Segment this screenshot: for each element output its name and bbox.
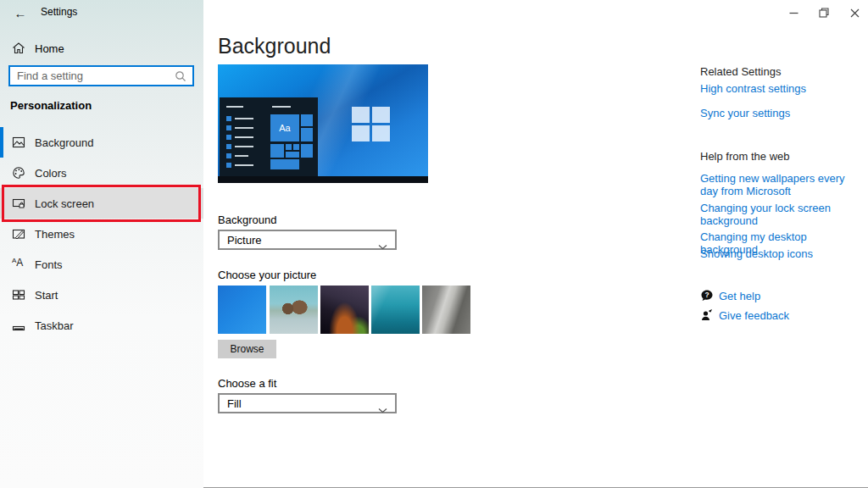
themes-brush-icon [12, 227, 25, 244]
search-box [8, 65, 194, 86]
dropdown-selected-value: Fill [227, 397, 242, 410]
page-title: Background [218, 34, 331, 58]
start-tiles-icon [12, 288, 25, 305]
app-title: Settings [41, 6, 77, 18]
image-icon [12, 136, 25, 152]
sidebar-item-label: Home [35, 42, 64, 55]
close-icon [850, 8, 860, 18]
sidebar-item-label: Fonts [35, 258, 63, 271]
palette-icon [12, 166, 25, 183]
chevron-down-icon [378, 402, 387, 417]
wallpaper-thumbnail-beach[interactable] [270, 286, 318, 334]
background-type-dropdown[interactable]: Picture [218, 230, 397, 250]
fonts-icon: AA [12, 258, 23, 268]
sidebar-item-home[interactable]: Home [0, 37, 203, 61]
sidebar-item-label: Themes [35, 228, 75, 241]
close-button[interactable] [839, 0, 868, 25]
fit-dropdown[interactable]: Fill [218, 393, 397, 413]
restore-icon [819, 8, 829, 18]
wallpaper-thumbnail-cliff[interactable] [422, 286, 470, 334]
related-settings-header: Related Settings [700, 65, 781, 78]
choose-fit-label: Choose a fit [218, 377, 276, 390]
section-header-personalization: Personalization [10, 99, 92, 112]
get-help-link[interactable]: Get help [719, 290, 760, 302]
browse-button[interactable]: Browse [218, 340, 276, 358]
lock-screen-icon [12, 197, 25, 214]
sidebar-item-background[interactable]: Background [0, 127, 203, 158]
give-feedback-icon [700, 308, 714, 325]
minimize-icon [789, 8, 798, 18]
sidebar-item-label: Colors [35, 167, 67, 180]
restore-button[interactable] [809, 0, 839, 25]
sidebar-item-label: Background [35, 136, 93, 149]
windows-logo-icon [352, 107, 390, 141]
wallpaper-thumbnail-night-sky[interactable] [320, 286, 369, 334]
sidebar-item-themes[interactable]: Themes [0, 219, 203, 249]
background-dropdown-label: Background [218, 214, 276, 226]
help-from-web-header: Help from the web [700, 150, 790, 163]
link-sync-your-settings[interactable]: Sync your settings [700, 107, 861, 119]
chevron-down-icon [378, 238, 387, 253]
choose-picture-label: Choose your picture [218, 269, 316, 281]
settings-window: ← Settings Home Personalization Backgrou… [0, 0, 868, 488]
link-high-contrast-settings[interactable]: High contrast settings [700, 82, 861, 95]
sidebar-item-label: Taskbar [35, 319, 74, 332]
link-getting-new-wallpapers[interactable]: Getting new wallpapers every day from Mi… [700, 172, 861, 197]
mini-start-menu: Aa [220, 97, 318, 176]
back-arrow-icon: ← [14, 6, 27, 20]
mini-tile-aa: Aa [270, 114, 299, 141]
taskbar-icon [12, 319, 25, 336]
sidebar-item-lock-screen[interactable]: Lock screen [0, 188, 203, 219]
sidebar-item-label: Start [35, 289, 58, 302]
sidebar: ← Settings Home Personalization Backgrou… [0, 0, 203, 488]
link-showing-desktop-icons[interactable]: Showing desktop icons [700, 247, 861, 260]
sidebar-item-taskbar[interactable]: Taskbar [0, 310, 203, 341]
home-icon [12, 42, 25, 58]
wallpaper-thumbnail-windows-default[interactable] [218, 286, 266, 334]
give-feedback-link[interactable]: Give feedback [719, 309, 789, 322]
sidebar-item-label: Lock screen [35, 197, 94, 210]
sidebar-item-start[interactable]: Start [0, 280, 203, 310]
wallpaper-thumbnail-underwater[interactable] [371, 286, 420, 334]
mini-taskbar [218, 176, 428, 183]
minimize-button[interactable] [778, 0, 809, 25]
background-preview-image: Aa [218, 64, 428, 183]
search-icon [174, 69, 187, 86]
sidebar-item-colors[interactable]: Colors [0, 158, 203, 188]
svg-text:?: ? [704, 291, 709, 299]
link-changing-lock-screen-background[interactable]: Changing your lock screen background [700, 202, 861, 227]
dropdown-selected-value: Picture [227, 234, 261, 247]
get-help-icon: ? [700, 289, 714, 306]
back-button[interactable]: ← [10, 3, 31, 23]
search-input[interactable] [10, 67, 192, 85]
sidebar-item-fonts[interactable]: AA Fonts [0, 249, 203, 280]
